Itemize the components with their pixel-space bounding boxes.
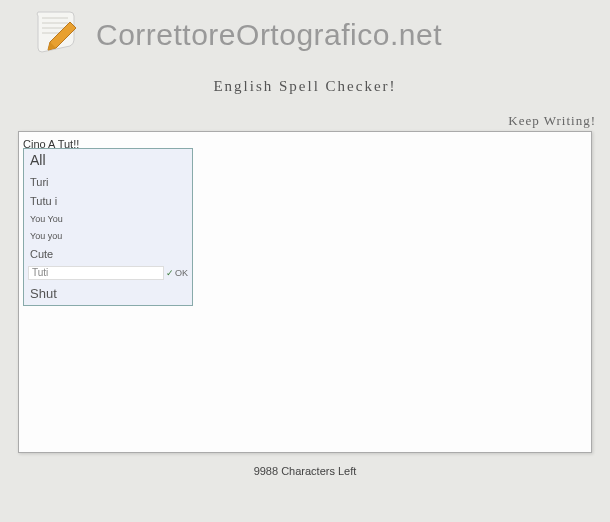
shut-button[interactable]: Shut	[24, 282, 192, 305]
check-icon: ✓	[166, 268, 174, 278]
suggestion-item[interactable]: Cute	[24, 245, 192, 264]
suggestion-item[interactable]: You you	[24, 228, 192, 245]
page-subtitle: English Spell Checker!	[0, 78, 610, 95]
suggestion-item[interactable]: Turi	[24, 173, 192, 192]
logo-icon	[30, 8, 84, 62]
suggestion-item[interactable]: Tutu i	[24, 192, 192, 211]
suggestion-item[interactable]: All	[24, 149, 192, 173]
custom-suggestion-row: ✓OK	[24, 264, 192, 282]
keep-writing-link[interactable]: Keep Writing!	[0, 113, 610, 129]
character-counter: 9988 Characters Left	[0, 465, 610, 477]
editor-textarea[interactable]: Cino A Tut!! All Turi Tutu i You You You…	[18, 131, 592, 453]
suggestion-popup: All Turi Tutu i You You You you Cute ✓OK…	[23, 148, 193, 306]
site-title: CorrettoreOrtografico.net	[96, 18, 442, 52]
custom-word-input[interactable]	[28, 266, 164, 280]
ok-label: OK	[175, 268, 188, 278]
suggestion-item[interactable]: You You	[24, 211, 192, 228]
site-header: CorrettoreOrtografico.net	[0, 0, 610, 66]
ok-button[interactable]: ✓OK	[166, 268, 188, 278]
